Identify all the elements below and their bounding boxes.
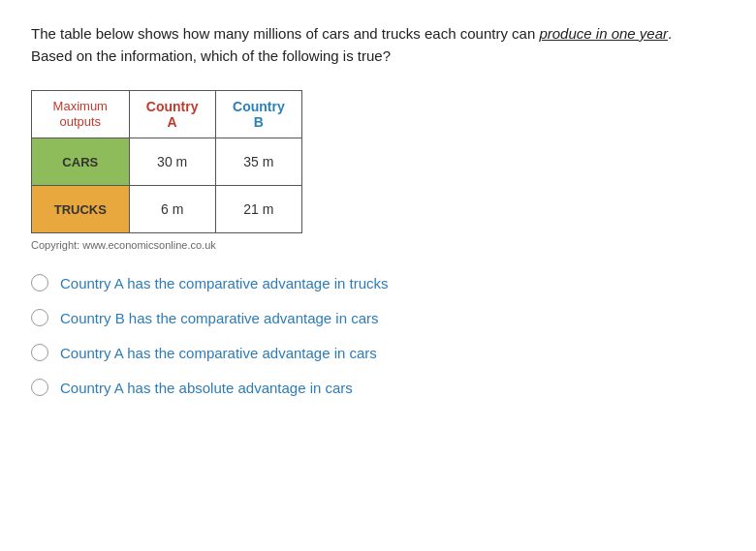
option-2[interactable]: Country B has the comparative advantage … bbox=[31, 309, 725, 326]
answer-options: Country A has the comparative advantage … bbox=[31, 274, 725, 396]
table-row-cars: CARS 30 m 35 m bbox=[32, 138, 302, 186]
table-container: Maximumoutputs CountryA CountryB CARS 30… bbox=[31, 90, 725, 233]
production-table: Maximumoutputs CountryA CountryB CARS 30… bbox=[31, 90, 302, 233]
question-intro: The table below shows how many millions … bbox=[31, 25, 539, 42]
option-2-text: Country B has the comparative advantage … bbox=[60, 310, 379, 326]
option-4-text: Country A has the absolute advantage in … bbox=[60, 380, 353, 396]
option-3-text: Country A has the comparative advantage … bbox=[60, 345, 377, 361]
cars-country-b-value: 35 m bbox=[215, 138, 301, 186]
table-header-country-a: CountryA bbox=[129, 91, 215, 138]
trucks-country-a-value: 6 m bbox=[129, 186, 215, 233]
radio-option-2[interactable] bbox=[31, 309, 48, 326]
radio-option-1[interactable] bbox=[31, 274, 48, 291]
country-b-letter: B bbox=[254, 114, 264, 130]
question-underline: produce in one year bbox=[539, 25, 668, 42]
trucks-country-b-value: 21 m bbox=[215, 186, 301, 233]
copyright-text: Copyright: www.economicsonline.co.uk bbox=[31, 239, 725, 251]
option-1[interactable]: Country A has the comparative advantage … bbox=[31, 274, 725, 291]
option-1-text: Country A has the comparative advantage … bbox=[60, 275, 389, 291]
option-4[interactable]: Country A has the absolute advantage in … bbox=[31, 379, 725, 396]
table-header-row: Maximumoutputs CountryA CountryB bbox=[32, 91, 302, 138]
row-label-cars: CARS bbox=[32, 138, 130, 186]
radio-option-4[interactable] bbox=[31, 379, 48, 396]
row-label-trucks: TRUCKS bbox=[32, 186, 130, 233]
question-text: The table below shows how many millions … bbox=[31, 23, 690, 67]
table-row-trucks: TRUCKS 6 m 21 m bbox=[32, 186, 302, 233]
cars-country-a-value: 30 m bbox=[129, 138, 215, 186]
table-header-label: Maximumoutputs bbox=[32, 91, 130, 138]
radio-option-3[interactable] bbox=[31, 344, 48, 361]
country-a-letter: A bbox=[168, 114, 177, 130]
option-3[interactable]: Country A has the comparative advantage … bbox=[31, 344, 725, 361]
table-header-country-b: CountryB bbox=[215, 91, 301, 138]
